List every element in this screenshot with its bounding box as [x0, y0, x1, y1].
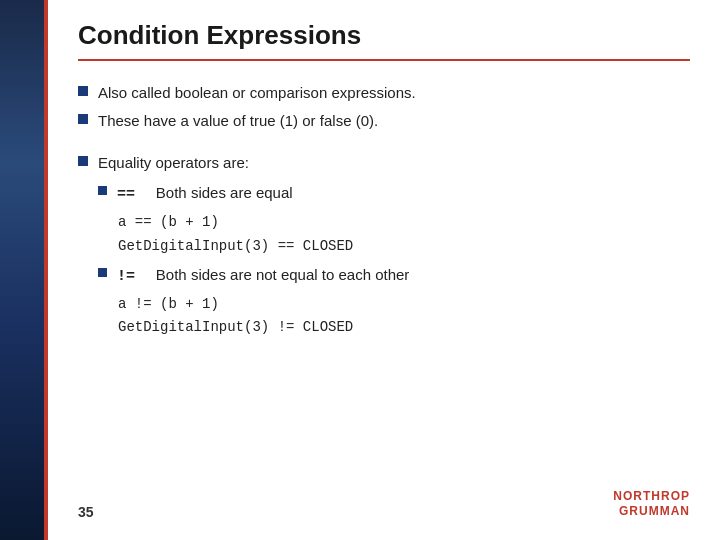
page-title: Condition Expressions — [78, 20, 361, 50]
eq-operator-symbol-1: == — [117, 186, 135, 203]
bullet-text-1: Also called boolean or comparison expres… — [98, 81, 416, 105]
equality-header: Equality operators are: — [78, 151, 690, 175]
eq-code-line-2-2: GetDigitalInput(3) != CLOSED — [118, 316, 690, 340]
eq-item-notequal: != Both sides are not equal to each othe… — [98, 263, 690, 289]
footer: 35 NORTHROP GRUMMAN — [78, 479, 690, 520]
bullet-text-2: These have a value of true (1) or false … — [98, 109, 378, 133]
logo-line-2: GRUMMAN — [613, 504, 690, 520]
eq-item-equal: == Both sides are equal — [98, 181, 690, 207]
eq-bullet-square-1 — [98, 186, 107, 195]
eq-code-line-2-1: a != (b + 1) — [118, 293, 690, 317]
logo-area: NORTHROP GRUMMAN — [613, 489, 690, 520]
eq-code-line-1-2: GetDigitalInput(3) == CLOSED — [118, 235, 690, 259]
content-section: Also called boolean or comparison expres… — [78, 81, 690, 479]
eq-code-block-2: a != (b + 1) GetDigitalInput(3) != CLOSE… — [118, 293, 690, 341]
company-logo: NORTHROP GRUMMAN — [613, 489, 690, 520]
equality-section: Equality operators are: == Both sides ar… — [78, 151, 690, 340]
bullet-square-2 — [78, 114, 88, 124]
left-sidebar — [0, 0, 48, 540]
page-number: 35 — [78, 504, 94, 520]
equality-label: Equality operators are: — [98, 151, 249, 175]
bullet-item-1: Also called boolean or comparison expres… — [78, 81, 690, 105]
equality-bullet-square — [78, 156, 88, 166]
bullet-square-1 — [78, 86, 88, 96]
main-content: Condition Expressions Also called boolea… — [48, 0, 720, 540]
eq-operator-1: == Both sides are equal — [117, 181, 293, 207]
eq-code-line-1-1: a == (b + 1) — [118, 211, 690, 235]
eq-description-2: Both sides are not equal to each other — [156, 266, 410, 283]
logo-line-1: NORTHROP — [613, 489, 690, 505]
bullet-item-2: These have a value of true (1) or false … — [78, 109, 690, 133]
title-section: Condition Expressions — [78, 20, 690, 61]
eq-bullet-square-2 — [98, 268, 107, 277]
eq-description-1: Both sides are equal — [156, 184, 293, 201]
equality-items: == Both sides are equal a == (b + 1) Get… — [78, 181, 690, 340]
eq-operator-symbol-2: != — [117, 268, 135, 285]
eq-operator-2: != Both sides are not equal to each othe… — [117, 263, 409, 289]
eq-code-block-1: a == (b + 1) GetDigitalInput(3) == CLOSE… — [118, 211, 690, 259]
